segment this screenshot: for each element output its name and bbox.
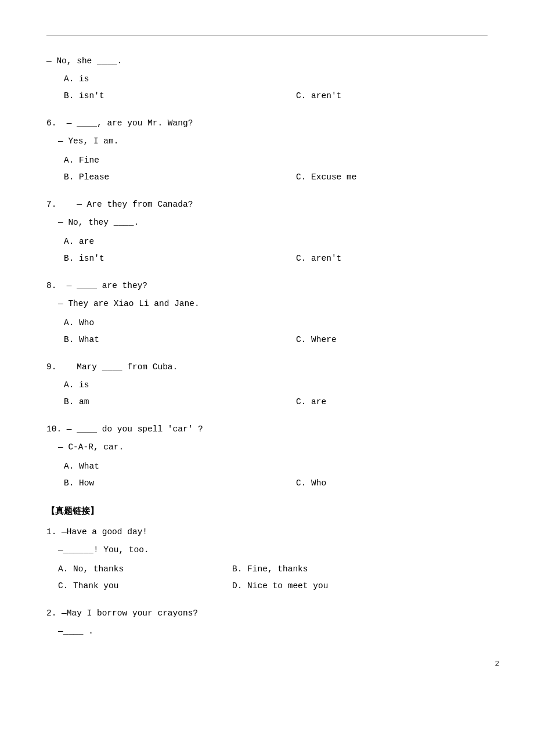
q8-number: 8. bbox=[46, 281, 56, 290]
question-10: 10. — ____ do you spell 'car' ? — C-A-R,… bbox=[46, 421, 488, 492]
option-b: B. isn't bbox=[64, 88, 296, 105]
rq1-options-row1: A. No, thanks B. Fine, thanks bbox=[58, 561, 488, 578]
q7-option-c: C. aren't bbox=[296, 250, 488, 267]
q7-options: A. are B. isn't C. aren't bbox=[64, 233, 488, 267]
option-c: C. aren't bbox=[296, 88, 488, 105]
q10-number: 10. bbox=[46, 424, 62, 434]
page-content: — No, she ____. A. is B. isn't C. aren't… bbox=[0, 0, 534, 685]
q7-number: 7. bbox=[46, 200, 56, 209]
rq2-line: 2. —May I borrow your crayons? bbox=[46, 605, 488, 622]
q6-option-c: C. Excuse me bbox=[296, 169, 488, 186]
q7-option-a: A. are bbox=[64, 233, 296, 250]
q9-option-c: C. are bbox=[296, 394, 488, 411]
rq1-option-a: A. No, thanks bbox=[58, 561, 232, 578]
rq1-number: 1. bbox=[46, 527, 56, 537]
q7-answer: — No, they ____. bbox=[58, 214, 488, 231]
q7-line: 7. — Are they from Canada? bbox=[46, 196, 488, 213]
q6-options: A. Fine B. Please C. Excuse me bbox=[64, 152, 488, 186]
q10-answer: — C-A-R, car. bbox=[58, 439, 488, 456]
q10-option-c: C. Who bbox=[296, 475, 488, 492]
q9-line: 9. Mary ____ from Cuba. bbox=[46, 359, 488, 376]
q-no-she-options: A. is B. isn't C. aren't bbox=[64, 71, 488, 105]
rq1-option-c: C. Thank you bbox=[58, 578, 232, 595]
question-9: 9. Mary ____ from Cuba. A. is B. am C. a… bbox=[46, 359, 488, 411]
q-no-she-line: — No, she ____. bbox=[46, 53, 488, 70]
rq1-options: A. No, thanks B. Fine, thanks C. Thank y… bbox=[58, 561, 488, 595]
real-question-1: 1. —Have a good day! —______! You, too. … bbox=[46, 524, 488, 595]
q8-line: 8. — ____ are they? bbox=[46, 278, 488, 294]
rq1-answer: —______! You, too. bbox=[58, 542, 488, 559]
q10-option-a: A. What bbox=[64, 458, 296, 475]
option-a: A. is bbox=[64, 71, 296, 88]
section-title: 【真题链接】 bbox=[46, 506, 488, 517]
q8-answer: — They are Xiao Li and Jane. bbox=[58, 296, 488, 312]
rq2-number: 2. bbox=[46, 609, 56, 618]
rq1-option-b: B. Fine, thanks bbox=[232, 561, 308, 578]
q8-options: A. Who B. What C. Where bbox=[64, 315, 488, 348]
q6-line: 6. — ____, are you Mr. Wang? bbox=[46, 115, 488, 132]
q6-option-a: A. Fine bbox=[64, 152, 296, 169]
q9-options: A. is B. am C. are bbox=[64, 377, 488, 411]
rq1-line: 1. —Have a good day! bbox=[46, 524, 488, 541]
question-7: 7. — Are they from Canada? — No, they __… bbox=[46, 196, 488, 267]
page-number: 2 bbox=[495, 659, 499, 668]
q8-option-b: B. What bbox=[64, 332, 296, 348]
q-no-she: — No, she ____. A. is B. isn't C. aren't bbox=[46, 53, 488, 105]
q8-option-a: A. Who bbox=[64, 315, 296, 332]
question-6: 6. — ____, are you Mr. Wang? — Yes, I am… bbox=[46, 115, 488, 186]
q6-answer: — Yes, I am. bbox=[58, 133, 488, 150]
q6-option-b: B. Please bbox=[64, 169, 296, 186]
question-8: 8. — ____ are they? — They are Xiao Li a… bbox=[46, 278, 488, 348]
q10-options: A. What B. How C. Who bbox=[64, 458, 488, 492]
rq1-option-d: D. Nice to meet you bbox=[232, 578, 328, 595]
real-question-2: 2. —May I borrow your crayons? —____ . bbox=[46, 605, 488, 640]
q9-number: 9. bbox=[46, 362, 56, 372]
rq1-options-row2: C. Thank you D. Nice to meet you bbox=[58, 578, 488, 595]
q8-option-c: C. Where bbox=[296, 332, 488, 348]
q6-number: 6. bbox=[46, 118, 56, 128]
q10-line: 10. — ____ do you spell 'car' ? bbox=[46, 421, 488, 438]
q9-option-a: A. is bbox=[64, 377, 296, 394]
q10-option-b: B. How bbox=[64, 475, 296, 492]
q7-option-b: B. isn't bbox=[64, 250, 296, 267]
q9-option-b: B. am bbox=[64, 394, 296, 411]
top-divider bbox=[46, 35, 488, 35]
rq2-answer: —____ . bbox=[58, 623, 488, 640]
